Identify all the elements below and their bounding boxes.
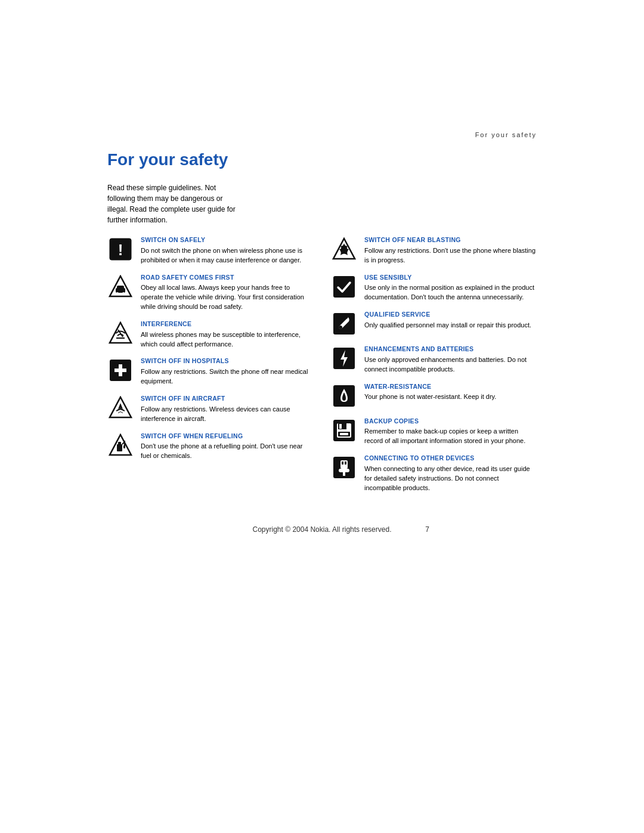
batteries-icon	[331, 345, 357, 371]
item-body: Do not switch the phone on when wireless…	[141, 246, 313, 265]
svg-rect-12	[114, 368, 126, 372]
item-title: CONNECTING TO OTHER DEVICES	[364, 454, 537, 463]
qualified-service-icon	[331, 311, 357, 337]
svg-point-6	[122, 292, 125, 295]
main-content: For your safety Read these simple guidel…	[0, 138, 644, 546]
list-item: WATER-RESISTANCE Your phone is not water…	[331, 383, 537, 409]
page-footer: Copyright © 2004 Nokia. All rights reser…	[107, 501, 537, 546]
item-title: SWITCH OFF NEAR BLASTING	[364, 236, 537, 244]
list-item: CONNECTING TO OTHER DEVICES When connect…	[331, 454, 537, 493]
water-resistance-icon	[331, 383, 357, 409]
list-item: USE SENSIBLY Use only in the normal posi…	[331, 274, 537, 303]
item-body: Remember to make back-up copies or keep …	[364, 427, 537, 446]
refueling-text: SWITCH OFF WHEN REFUELING Don't use the …	[141, 432, 313, 462]
item-body: Follow any restrictions. Don't use the p…	[364, 246, 537, 265]
page-header: For your safety	[0, 0, 644, 138]
switch-on-safely-icon: !	[107, 236, 134, 262]
item-title: BACKUP COPIES	[364, 417, 537, 426]
item-body: Only qualified personnel may install or …	[364, 321, 537, 330]
item-title: QUALIFIED SERVICE	[364, 311, 537, 319]
list-item: ROAD SAFETY COMES FIRST Obey all local l…	[107, 274, 313, 312]
item-title: ROAD SAFETY COMES FIRST	[141, 274, 313, 282]
item-body: Follow any restrictions. Wireless device…	[141, 405, 313, 424]
list-item: QUALIFIED SERVICE Only qualified personn…	[331, 311, 537, 337]
svg-rect-33	[339, 469, 349, 472]
list-item: BACKUP COPIES Remember to make back-up c…	[331, 417, 537, 447]
list-item: SWITCH OFF NEAR BLASTING Follow any rest…	[331, 236, 537, 265]
blasting-icon	[331, 236, 357, 262]
road-safety-text: ROAD SAFETY COMES FIRST Obey all local l…	[141, 274, 313, 312]
copyright-text: Copyright © 2004 Nokia. All rights reser…	[253, 525, 392, 534]
refueling-icon	[107, 432, 134, 459]
item-body: When connecting to any other device, rea…	[364, 465, 537, 493]
connecting-devices-icon	[331, 454, 357, 481]
page-title: For your safety	[107, 150, 537, 169]
aircraft-text: SWITCH OFF IN AIRCRAFT Follow any restri…	[141, 395, 313, 424]
item-title: INTERFERENCE	[141, 320, 313, 329]
list-item: SWITCH OFF WHEN REFUELING Don't use the …	[107, 432, 313, 462]
interference-text: INTERFERENCE All wireless phones may be …	[141, 320, 313, 349]
use-sensibly-icon	[331, 274, 357, 300]
svg-rect-36	[345, 462, 346, 465]
page-number: 7	[425, 525, 429, 534]
item-title: USE SENSIBLY	[364, 274, 537, 282]
svg-rect-17	[123, 445, 125, 448]
road-safety-icon	[107, 274, 134, 300]
blasting-text: SWITCH OFF NEAR BLASTING Follow any rest…	[364, 236, 537, 265]
svg-rect-28	[339, 424, 342, 429]
item-body: Don't use the phone at a refuelling poin…	[141, 442, 313, 461]
list-item: SWITCH OFF IN HOSPITALS Follow any restr…	[107, 357, 313, 386]
interference-icon	[107, 320, 134, 346]
item-title: WATER-RESISTANCE	[364, 383, 537, 391]
item-body: Follow any restrictions. Switch the phon…	[141, 367, 313, 386]
item-title: SWITCH OFF IN AIRCRAFT	[141, 395, 313, 403]
svg-rect-16	[118, 442, 121, 445]
two-columns-layout: ! SWITCH ON SAFELY Do not switch the pho…	[107, 236, 537, 501]
item-title: SWITCH OFF WHEN REFUELING	[141, 432, 313, 441]
switch-on-safely-text: SWITCH ON SAFELY Do not switch the phone…	[141, 236, 313, 265]
item-body: Your phone is not water-resistant. Keep …	[364, 392, 537, 402]
item-title: ENHANCEMENTS AND BATTERIES	[364, 345, 537, 354]
svg-rect-34	[343, 472, 345, 476]
svg-point-5	[116, 292, 119, 295]
svg-rect-19	[333, 276, 355, 298]
page-container: For your safety For your safety Read the…	[0, 0, 644, 833]
svg-rect-30	[340, 433, 348, 435]
list-item: ! SWITCH ON SAFELY Do not switch the pho…	[107, 236, 313, 265]
batteries-text: ENHANCEMENTS AND BATTERIES Use only appr…	[364, 345, 537, 374]
item-title: SWITCH ON SAFELY	[141, 236, 313, 244]
hospitals-text: SWITCH OFF IN HOSPITALS Follow any restr…	[141, 357, 313, 386]
left-column: ! SWITCH ON SAFELY Do not switch the pho…	[107, 236, 313, 501]
intro-text: Read these simple guidelines. Not follow…	[107, 182, 244, 225]
water-resistance-text: WATER-RESISTANCE Your phone is not water…	[364, 383, 537, 402]
qualified-service-text: QUALIFIED SERVICE Only qualified personn…	[364, 311, 537, 330]
svg-point-21	[339, 326, 342, 329]
list-item: SWITCH OFF IN AIRCRAFT Follow any restri…	[107, 395, 313, 424]
svg-text:!: !	[118, 241, 123, 259]
svg-rect-32	[340, 460, 348, 469]
connecting-devices-text: CONNECTING TO OTHER DEVICES When connect…	[364, 454, 537, 493]
aircraft-icon	[107, 395, 134, 421]
item-title: SWITCH OFF IN HOSPITALS	[141, 357, 313, 366]
item-body: Use only in the normal position as expla…	[364, 283, 537, 302]
backup-copies-icon	[331, 417, 357, 444]
item-body: Obey all local laws. Always keep your ha…	[141, 283, 313, 312]
backup-copies-text: BACKUP COPIES Remember to make back-up c…	[364, 417, 537, 447]
item-body: Use only approved enhancements and batte…	[364, 355, 537, 374]
svg-rect-35	[342, 462, 343, 465]
svg-rect-4	[117, 286, 124, 290]
list-item: ENHANCEMENTS AND BATTERIES Use only appr…	[331, 345, 537, 374]
item-body: All wireless phones may be susceptible t…	[141, 330, 313, 349]
hospitals-icon	[107, 357, 134, 383]
header-label: For your safety	[475, 131, 537, 138]
use-sensibly-text: USE SENSIBLY Use only in the normal posi…	[364, 274, 537, 303]
list-item: INTERFERENCE All wireless phones may be …	[107, 320, 313, 349]
right-column: SWITCH OFF NEAR BLASTING Follow any rest…	[331, 236, 537, 501]
